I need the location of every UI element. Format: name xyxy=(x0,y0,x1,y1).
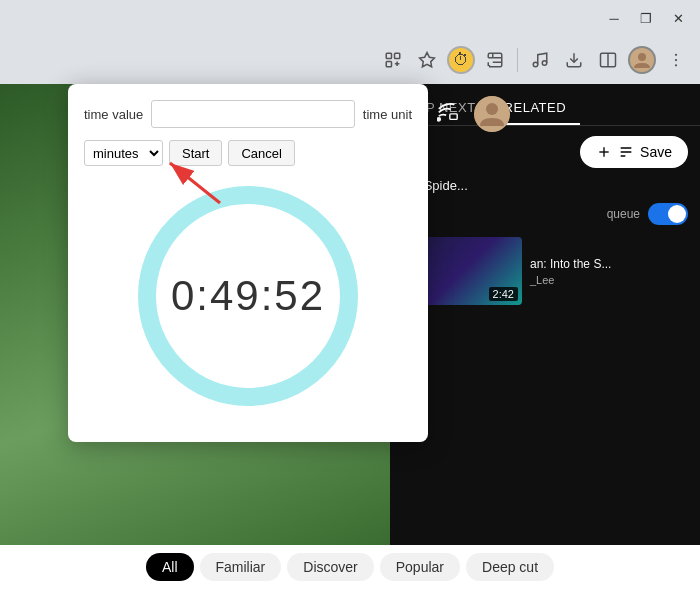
filter-chip-deepcut[interactable]: Deep cut xyxy=(466,553,554,581)
video-info: an: Into the S... _Lee xyxy=(530,256,688,287)
timer-display: 0:49:52 xyxy=(171,272,325,320)
svg-rect-2 xyxy=(386,62,391,67)
start-button[interactable]: Start xyxy=(169,140,222,166)
time-value-input[interactable] xyxy=(151,100,355,128)
timer-extension-popup: time value time unit minutes seconds hou… xyxy=(68,84,428,442)
minimize-button[interactable]: ─ xyxy=(600,4,628,32)
cancel-button[interactable]: Cancel xyxy=(228,140,294,166)
svg-point-10 xyxy=(638,53,646,61)
svg-rect-0 xyxy=(386,53,391,58)
video-duration: 2:42 xyxy=(489,287,518,301)
save-button[interactable]: Save xyxy=(580,136,688,168)
queue-toggle-row: queue xyxy=(390,197,700,231)
video-suggestion-item[interactable]: 2:42 an: Into the S... _Lee xyxy=(390,231,700,311)
svg-point-16 xyxy=(437,118,440,121)
queue-label: queue xyxy=(607,207,640,221)
time-value-label: time value xyxy=(84,107,143,122)
svg-point-4 xyxy=(533,62,538,67)
cast-icon[interactable] xyxy=(432,96,464,128)
queue-toggle[interactable] xyxy=(648,203,688,225)
timer-container: 0:49:52 xyxy=(84,176,412,426)
video-title-snippet: the Spide... xyxy=(390,178,700,197)
svg-rect-17 xyxy=(450,114,457,120)
timer-extension-icon[interactable]: ⏱ xyxy=(447,46,475,74)
close-button[interactable]: ✕ xyxy=(664,4,692,32)
svg-point-12 xyxy=(675,59,677,61)
time-unit-select[interactable]: minutes seconds hours xyxy=(84,140,163,166)
split-icon[interactable] xyxy=(594,46,622,74)
popup-top-row: time value time unit xyxy=(84,100,412,128)
video-info-channel: _Lee xyxy=(530,274,688,286)
puzzle-ext-icon[interactable] xyxy=(481,46,509,74)
menu-icon[interactable] xyxy=(526,46,554,74)
user-avatar[interactable] xyxy=(628,46,656,74)
popup-controls: minutes seconds hours Start Cancel xyxy=(84,140,412,166)
browser-toolbar: ⏱ xyxy=(0,36,700,84)
timer-circle: 0:49:52 xyxy=(138,186,358,406)
time-unit-label: time unit xyxy=(363,107,412,122)
filter-chip-all[interactable]: All xyxy=(146,553,194,581)
download-icon[interactable] xyxy=(560,46,588,74)
svg-marker-3 xyxy=(420,53,435,67)
svg-rect-1 xyxy=(395,53,400,58)
yt-profile-avatar[interactable] xyxy=(474,96,510,132)
share-ext-icon[interactable] xyxy=(379,46,407,74)
svg-point-19 xyxy=(486,103,498,115)
filter-chip-discover[interactable]: Discover xyxy=(287,553,373,581)
more-options-icon[interactable] xyxy=(662,46,690,74)
titlebar: ─ ❐ ✕ xyxy=(0,0,700,36)
toolbar-separator xyxy=(517,48,518,72)
filter-bar: All Familiar Discover Popular Deep cut xyxy=(0,545,700,589)
maximize-button[interactable]: ❐ xyxy=(632,4,660,32)
svg-point-11 xyxy=(675,54,677,56)
bookmark-icon[interactable] xyxy=(413,46,441,74)
yt-right-panel: UP NEXT RELATED Save the Spide... queue … xyxy=(390,84,700,589)
save-btn-label: Save xyxy=(640,144,672,160)
svg-point-5 xyxy=(542,61,547,66)
cast-area xyxy=(420,84,522,144)
video-info-title: an: Into the S... xyxy=(530,256,688,273)
filter-chip-familiar[interactable]: Familiar xyxy=(200,553,282,581)
filter-chip-popular[interactable]: Popular xyxy=(380,553,460,581)
svg-point-13 xyxy=(675,64,677,66)
